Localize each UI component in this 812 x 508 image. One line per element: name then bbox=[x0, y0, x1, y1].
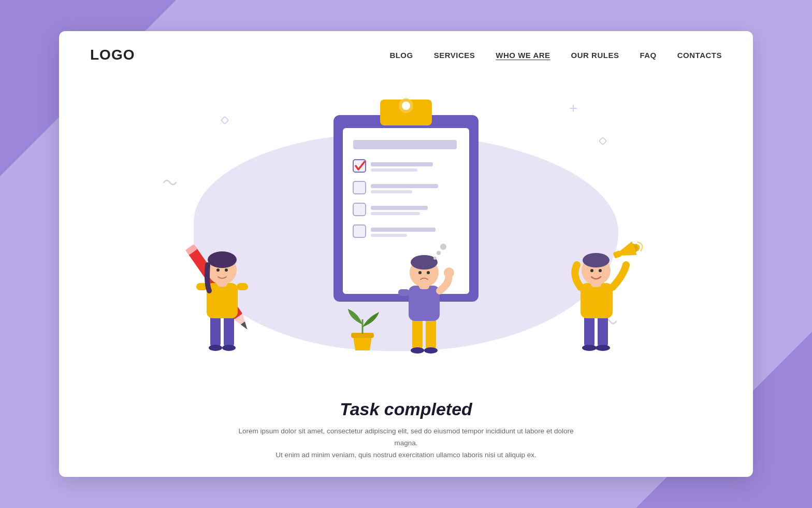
svg-rect-12 bbox=[371, 184, 438, 188]
svg-rect-32 bbox=[237, 283, 248, 290]
svg-rect-30 bbox=[207, 283, 238, 318]
person-right-illustration bbox=[561, 216, 649, 363]
svg-point-41 bbox=[424, 347, 438, 354]
svg-point-28 bbox=[209, 345, 222, 351]
svg-point-61 bbox=[583, 253, 610, 267]
nav-contacts[interactable]: CONTACTS bbox=[677, 51, 722, 60]
plant-illustration bbox=[334, 299, 390, 358]
svg-point-47 bbox=[411, 255, 438, 270]
main-content: Task completed Lorem ipsum dolor sit ame… bbox=[59, 74, 753, 477]
person-center-illustration bbox=[390, 221, 458, 363]
page-title: Task completed bbox=[230, 399, 582, 419]
svg-rect-11 bbox=[353, 181, 366, 194]
svg-point-36 bbox=[216, 269, 220, 272]
decor-diamond-2 bbox=[598, 136, 608, 146]
svg-point-48 bbox=[418, 271, 422, 274]
nav-our-rules[interactable]: OUR RULES bbox=[571, 51, 619, 60]
svg-rect-7 bbox=[353, 140, 457, 149]
svg-rect-42 bbox=[409, 286, 440, 321]
svg-point-6 bbox=[402, 102, 410, 110]
decor-cross bbox=[570, 105, 577, 112]
illustration-area bbox=[59, 74, 753, 389]
svg-rect-54 bbox=[598, 314, 608, 348]
svg-point-49 bbox=[427, 271, 430, 274]
person-left-illustration bbox=[183, 216, 266, 363]
nav-faq[interactable]: FAQ bbox=[640, 51, 656, 60]
svg-point-63 bbox=[599, 269, 602, 272]
svg-point-56 bbox=[596, 345, 610, 351]
svg-rect-39 bbox=[426, 317, 436, 350]
page-description: Lorem ipsum dolor sit amet, consectetur … bbox=[230, 426, 582, 461]
svg-rect-0 bbox=[221, 117, 228, 124]
svg-point-35 bbox=[208, 251, 237, 268]
decor-squiggle-1 bbox=[163, 177, 178, 188]
nav-blog[interactable]: BLOG bbox=[389, 51, 413, 60]
svg-point-55 bbox=[582, 345, 597, 351]
svg-rect-1 bbox=[599, 137, 606, 145]
svg-point-50 bbox=[433, 257, 437, 260]
svg-rect-53 bbox=[584, 314, 594, 348]
svg-point-40 bbox=[411, 347, 424, 354]
svg-point-44 bbox=[444, 267, 454, 278]
svg-rect-10 bbox=[371, 168, 417, 172]
svg-rect-16 bbox=[371, 212, 420, 215]
svg-rect-26 bbox=[210, 314, 221, 348]
svg-rect-57 bbox=[581, 283, 613, 318]
logo: LOGO bbox=[90, 47, 135, 63]
bottom-text-section: Task completed Lorem ipsum dolor sit ame… bbox=[199, 389, 613, 477]
svg-rect-43 bbox=[398, 289, 410, 296]
nav-services[interactable]: SERVICES bbox=[434, 51, 475, 60]
svg-point-52 bbox=[440, 244, 446, 250]
svg-point-37 bbox=[225, 269, 228, 272]
svg-point-62 bbox=[590, 269, 593, 272]
svg-rect-38 bbox=[412, 317, 423, 350]
svg-point-51 bbox=[437, 251, 441, 255]
svg-rect-13 bbox=[371, 190, 412, 193]
svg-rect-15 bbox=[371, 206, 428, 210]
nav-who-we-are[interactable]: WHO WE ARE bbox=[496, 51, 550, 60]
svg-rect-17 bbox=[353, 225, 366, 237]
main-card: LOGO BLOG SERVICES WHO WE ARE OUR RULES … bbox=[59, 31, 753, 477]
svg-point-29 bbox=[222, 345, 236, 351]
svg-rect-27 bbox=[224, 314, 234, 348]
header: LOGO BLOG SERVICES WHO WE ARE OUR RULES … bbox=[59, 31, 753, 74]
svg-rect-9 bbox=[371, 162, 433, 166]
navigation: BLOG SERVICES WHO WE ARE OUR RULES FAQ C… bbox=[389, 51, 722, 60]
decor-diamond-1 bbox=[220, 115, 230, 125]
svg-rect-14 bbox=[353, 203, 366, 216]
